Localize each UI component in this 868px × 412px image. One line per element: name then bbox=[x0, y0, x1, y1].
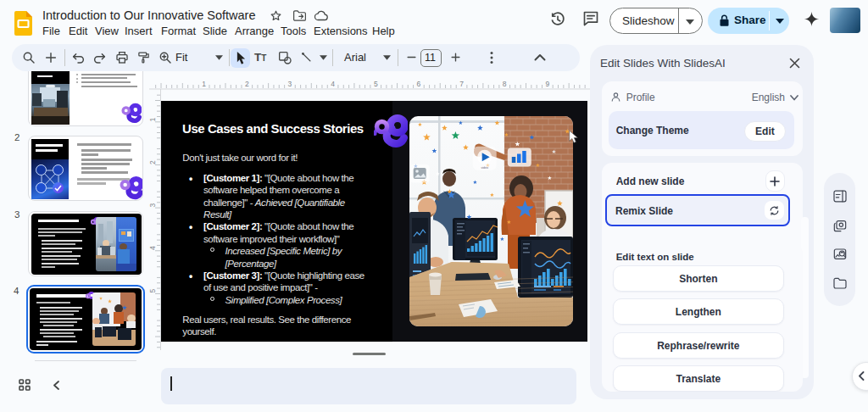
svg-text:4: 4 bbox=[331, 80, 335, 88]
svg-text:video: video bbox=[481, 166, 487, 170]
svg-text:8: 8 bbox=[503, 80, 507, 88]
svg-text:7: 7 bbox=[459, 80, 464, 88]
svg-text:4: 4 bbox=[149, 246, 157, 250]
svg-text:2: 2 bbox=[245, 80, 249, 88]
svg-text:6: 6 bbox=[417, 80, 421, 88]
svg-text:1: 1 bbox=[149, 117, 157, 121]
svg-text:1: 1 bbox=[202, 80, 206, 88]
svg-text:3: 3 bbox=[288, 80, 292, 88]
svg-text:5: 5 bbox=[374, 80, 378, 88]
svg-text:5: 5 bbox=[149, 288, 157, 292]
svg-text:2: 2 bbox=[149, 160, 157, 164]
svg-text:3: 3 bbox=[149, 203, 157, 207]
svg-text:9: 9 bbox=[545, 80, 549, 88]
